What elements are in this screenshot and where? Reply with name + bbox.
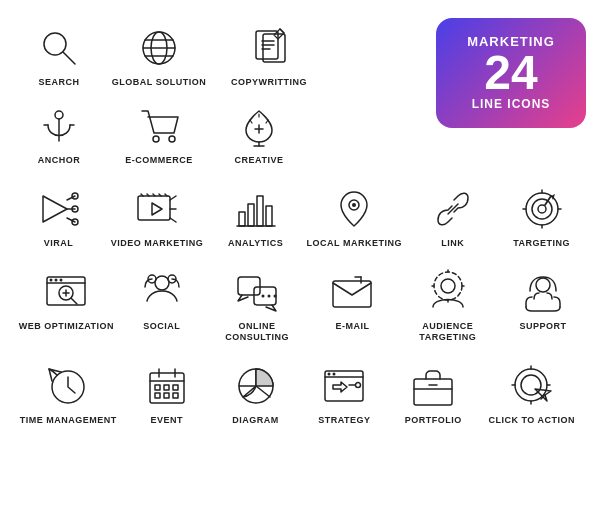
icon-item-ecommerce: E-COMMERCE bbox=[104, 96, 214, 171]
svg-line-24 bbox=[266, 120, 268, 123]
local-marketing-icon bbox=[328, 183, 380, 235]
global-solution-icon bbox=[133, 22, 185, 74]
svg-point-52 bbox=[538, 205, 546, 213]
audience-targeting-icon bbox=[422, 266, 474, 318]
icon-item-portfolio: PORTFOLIO bbox=[389, 356, 478, 431]
svg-point-61 bbox=[50, 278, 53, 281]
analytics-icon bbox=[230, 183, 282, 235]
svg-point-13 bbox=[55, 111, 63, 119]
icon-item-local-marketing: LOCAL MARKETING bbox=[300, 179, 408, 254]
svg-marker-34 bbox=[152, 203, 162, 215]
video-marketing-icon bbox=[131, 183, 183, 235]
icon-item-creative: CREATIVE bbox=[214, 96, 304, 171]
icon-item-strategy: STRATEGY bbox=[300, 356, 389, 431]
icon-item-support: SUPPORT bbox=[500, 262, 586, 337]
targeting-label: TARGETING bbox=[513, 238, 570, 250]
svg-rect-91 bbox=[155, 385, 160, 390]
svg-rect-71 bbox=[238, 277, 260, 295]
web-optimization-label: WEB OPTIMIZATION bbox=[19, 321, 114, 333]
svg-point-85 bbox=[536, 278, 550, 292]
online-consulting-label: ONLINE CONSULTING bbox=[207, 321, 308, 344]
svg-rect-96 bbox=[173, 393, 178, 398]
icon-row-5: TIME MANAGEMENT EVENT bbox=[14, 356, 586, 431]
svg-marker-26 bbox=[43, 196, 67, 222]
svg-rect-94 bbox=[155, 393, 160, 398]
event-label: EVENT bbox=[151, 415, 184, 427]
viral-icon bbox=[32, 183, 84, 235]
svg-point-63 bbox=[60, 278, 63, 281]
click-to-action-icon bbox=[506, 360, 558, 412]
support-label: SUPPORT bbox=[520, 321, 567, 333]
icon-item-web-optimization: WEB OPTIMIZATION bbox=[14, 262, 119, 337]
icon-row-3: VIRAL VIDEO MARKETING bbox=[14, 179, 586, 254]
svg-rect-103 bbox=[414, 379, 452, 405]
svg-point-102 bbox=[356, 382, 361, 387]
badge-number: 24 bbox=[484, 49, 537, 97]
link-label: LINK bbox=[441, 238, 464, 250]
global-solution-label: GLOBAL SOLUTION bbox=[112, 77, 206, 89]
icon-item-social: SOCIAL bbox=[119, 262, 205, 337]
local-marketing-label: LOCAL MARKETING bbox=[307, 238, 402, 250]
icon-item-time-management: TIME MANAGEMENT bbox=[14, 356, 122, 431]
social-label: SOCIAL bbox=[143, 321, 180, 333]
ecommerce-icon bbox=[133, 100, 185, 152]
click-to-action-label: CLICK TO ACTION bbox=[489, 415, 576, 427]
icon-item-email: E-MAIL bbox=[310, 262, 396, 337]
online-consulting-icon bbox=[231, 266, 283, 318]
svg-rect-76 bbox=[333, 281, 371, 307]
icon-item-click-to-action: CLICK TO ACTION bbox=[478, 356, 586, 431]
icon-item-copywriting: COPYWRITTING bbox=[214, 18, 324, 93]
svg-point-18 bbox=[169, 136, 175, 142]
video-marketing-label: VIDEO MARKETING bbox=[111, 238, 204, 250]
icon-item-online-consulting: ONLINE CONSULTING bbox=[205, 262, 310, 348]
svg-point-73 bbox=[262, 294, 265, 297]
svg-point-17 bbox=[153, 136, 159, 142]
svg-line-42 bbox=[170, 218, 176, 222]
icon-item-anchor: ANCHOR bbox=[14, 96, 104, 171]
creative-label: CREATIVE bbox=[235, 155, 284, 167]
diagram-label: DIAGRAM bbox=[232, 415, 279, 427]
strategy-label: STRATEGY bbox=[318, 415, 370, 427]
svg-rect-98 bbox=[325, 371, 363, 401]
portfolio-icon bbox=[407, 360, 459, 412]
svg-rect-46 bbox=[266, 206, 272, 226]
time-management-icon bbox=[42, 360, 94, 412]
marketing-badge: MARKETING 24 LINE ICONS bbox=[436, 18, 586, 128]
svg-rect-43 bbox=[239, 212, 245, 226]
icon-item-search: SEARCH bbox=[14, 18, 104, 93]
svg-line-23 bbox=[250, 120, 252, 123]
web-optimization-icon bbox=[40, 266, 92, 318]
link-icon bbox=[427, 183, 479, 235]
icon-item-audience-targeting: AUDIENCE TARGETING bbox=[395, 262, 500, 348]
svg-rect-95 bbox=[164, 393, 169, 398]
audience-targeting-label: AUDIENCE TARGETING bbox=[397, 321, 498, 344]
svg-rect-45 bbox=[257, 196, 263, 226]
badge-subtitle: LINE ICONS bbox=[472, 97, 551, 111]
icon-item-global-solution: GLOBAL SOLUTION bbox=[104, 18, 214, 93]
svg-rect-33 bbox=[138, 196, 170, 220]
anchor-label: ANCHOR bbox=[38, 155, 81, 167]
svg-point-101 bbox=[333, 372, 336, 375]
svg-rect-44 bbox=[248, 204, 254, 226]
svg-rect-8 bbox=[263, 34, 285, 62]
svg-point-80 bbox=[434, 272, 462, 300]
social-icon bbox=[136, 266, 188, 318]
portfolio-label: PORTFOLIO bbox=[405, 415, 462, 427]
icon-item-analytics: ANALYTICS bbox=[211, 179, 300, 254]
svg-line-40 bbox=[170, 196, 176, 200]
copywriting-icon bbox=[243, 22, 295, 74]
icon-item-event: EVENT bbox=[122, 356, 211, 431]
icon-row-4: WEB OPTIMIZATION SOCIAL bbox=[14, 262, 586, 348]
svg-point-74 bbox=[268, 294, 271, 297]
svg-point-62 bbox=[55, 278, 58, 281]
svg-point-51 bbox=[532, 199, 552, 219]
icon-item-viral: VIRAL bbox=[14, 179, 103, 254]
time-management-label: TIME MANAGEMENT bbox=[20, 415, 117, 427]
analytics-label: ANALYTICS bbox=[228, 238, 283, 250]
svg-point-49 bbox=[352, 203, 356, 207]
svg-rect-92 bbox=[164, 385, 169, 390]
creative-icon bbox=[233, 100, 285, 152]
ecommerce-label: E-COMMERCE bbox=[125, 155, 193, 167]
support-icon bbox=[517, 266, 569, 318]
icon-item-video-marketing: VIDEO MARKETING bbox=[103, 179, 211, 254]
